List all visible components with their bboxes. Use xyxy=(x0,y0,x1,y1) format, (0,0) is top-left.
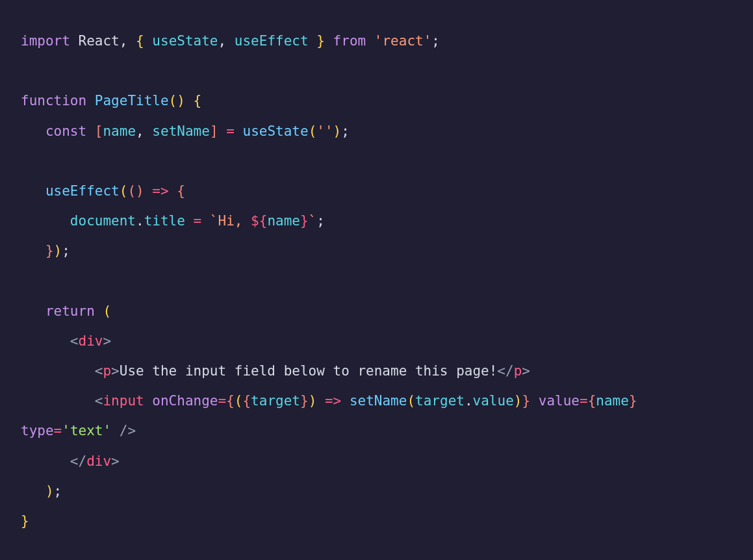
token-arrow: => xyxy=(152,183,168,199)
token-paren-open: ( xyxy=(103,303,111,319)
token-string: 'react' xyxy=(374,33,432,49)
token-equals: = xyxy=(226,123,235,139)
code-line-13: <input onChange={({target}) => setName(t… xyxy=(21,393,645,439)
token-semicolon: ; xyxy=(431,33,440,49)
token-arrow: => xyxy=(325,393,341,409)
token-brace-close: } xyxy=(316,33,325,49)
token-ident-name: name xyxy=(267,213,300,229)
token-keyword-function: function xyxy=(21,93,86,108)
token-paren-close: ) xyxy=(136,183,144,199)
token-bracket-close: ] xyxy=(210,123,218,139)
token-template-open: `Hi, xyxy=(210,213,251,229)
token-string-empty: '' xyxy=(316,123,333,139)
token-tag-p: p xyxy=(514,363,522,379)
token-attr-value: value xyxy=(539,393,580,409)
token-angle-close: > xyxy=(522,363,530,379)
token-paren-open: ( xyxy=(120,183,128,199)
token-angle-open-slash: </ xyxy=(70,453,86,469)
token-ident-name: name xyxy=(596,393,629,409)
token-comma: , xyxy=(218,33,227,49)
code-block: import React, { useState, useEffect } fr… xyxy=(0,0,753,560)
token-ident-usestate: useState xyxy=(152,33,218,49)
code-line-7: document.title = `Hi, ${name}`; xyxy=(21,213,325,229)
token-angle-open: < xyxy=(70,333,79,349)
token-brace-open: { xyxy=(226,393,235,409)
token-ident-name: name xyxy=(103,123,136,139)
token-equals: = xyxy=(580,393,588,409)
token-fn-pagetitle: PageTitle xyxy=(95,93,169,108)
token-tag-input: input xyxy=(103,393,144,409)
code-line-16: } xyxy=(21,513,29,529)
token-bracket-open: [ xyxy=(95,123,103,139)
token-brace-open: { xyxy=(194,93,202,108)
token-semicolon: ; xyxy=(54,483,62,499)
token-paren-open: ( xyxy=(127,183,136,199)
token-dot: . xyxy=(136,213,144,229)
token-semicolon: ; xyxy=(341,123,350,139)
code-line-6: useEffect(() => { xyxy=(21,183,185,199)
token-prop-value: value xyxy=(473,393,514,409)
token-paren-close: ) xyxy=(514,393,522,409)
token-call-usestate: useState xyxy=(243,123,309,139)
token-equals: = xyxy=(194,213,202,229)
token-parens: () xyxy=(169,93,185,108)
token-keyword-from: from xyxy=(333,33,366,49)
token-comma: , xyxy=(136,123,144,139)
token-brace-open: { xyxy=(242,393,251,409)
code-line-14: </div> xyxy=(21,453,120,469)
token-brace-close: } xyxy=(21,513,29,529)
token-equals: = xyxy=(218,393,226,409)
token-template-close: ` xyxy=(309,213,317,229)
token-keyword-return: return xyxy=(45,303,95,319)
token-paren-close: ) xyxy=(309,393,317,409)
token-keyword-const: const xyxy=(45,123,86,139)
token-dot: . xyxy=(465,393,473,409)
token-call-setname: setName xyxy=(350,393,407,409)
token-brace-close: } xyxy=(300,393,309,409)
token-paren-close: ) xyxy=(45,483,54,499)
token-keyword-import: import xyxy=(21,33,70,49)
token-comma: , xyxy=(120,33,128,49)
token-angle-open: < xyxy=(95,363,103,379)
token-ident-setname: setName xyxy=(152,123,210,139)
code-line-1: import React, { useState, useEffect } fr… xyxy=(21,33,440,49)
code-line-11: <div> xyxy=(21,333,111,349)
code-line-3: function PageTitle() { xyxy=(21,93,201,108)
token-paren-open: ( xyxy=(309,123,317,139)
token-attr-type: type xyxy=(21,423,54,439)
token-angle-close: > xyxy=(111,363,120,379)
token-paren-close: ) xyxy=(333,123,342,139)
token-string-text: 'text' xyxy=(62,423,111,439)
token-ident-target: target xyxy=(415,393,465,409)
token-tag-p: p xyxy=(103,363,111,379)
token-brace-open: { xyxy=(136,33,144,49)
code-line-8: }); xyxy=(21,243,70,259)
token-ident-target: target xyxy=(251,393,300,409)
token-semicolon: ; xyxy=(62,243,70,259)
code-line-10: return ( xyxy=(21,303,111,319)
code-line-12: <p>Use the input field below to rename t… xyxy=(21,363,530,379)
token-brace-close: } xyxy=(522,393,530,409)
token-tag-self-close: /> xyxy=(120,423,136,439)
code-line-4: const [name, setName] = useState(''); xyxy=(21,123,350,139)
token-equals: = xyxy=(54,423,62,439)
token-ident-document: document xyxy=(70,213,136,229)
token-angle-close: > xyxy=(111,453,120,469)
token-tag-div: div xyxy=(79,333,103,349)
token-paren-open: ( xyxy=(407,393,415,409)
token-semicolon: ; xyxy=(316,213,325,229)
token-paren-open: ( xyxy=(235,393,243,409)
token-brace-open: { xyxy=(588,393,596,409)
token-brace-open: { xyxy=(177,183,185,199)
token-call-useeffect: useEffect xyxy=(45,183,120,199)
token-angle-open: < xyxy=(95,393,103,409)
token-angle-close: > xyxy=(103,333,111,349)
token-paren-close: ) xyxy=(54,243,62,259)
token-ident-react: React xyxy=(79,33,120,49)
code-line-15: ); xyxy=(21,483,62,499)
token-brace-close: } xyxy=(45,243,54,259)
token-brace-close: } xyxy=(629,393,637,409)
token-ident-useeffect: useEffect xyxy=(235,33,309,49)
token-interp-close: } xyxy=(300,213,309,229)
token-tag-div: div xyxy=(86,453,111,469)
